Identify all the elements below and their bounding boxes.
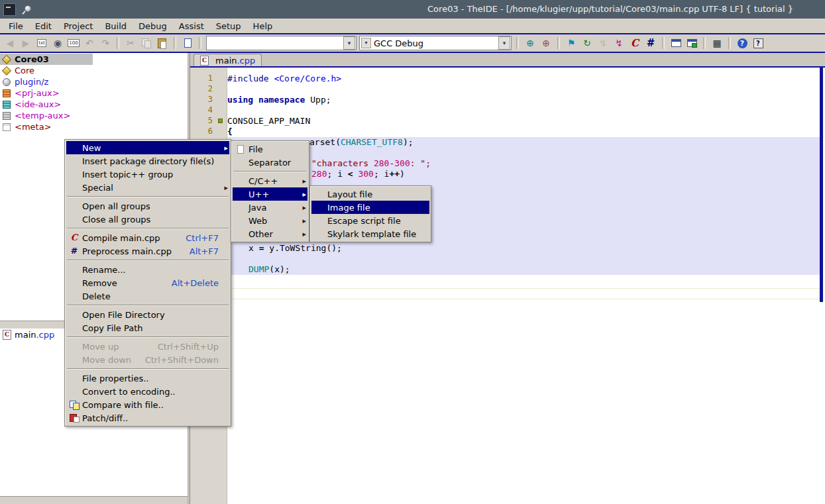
menu-item-c-c[interactable]: C/C++▸ (233, 174, 307, 187)
zoom-100-button[interactable]: 100 (66, 36, 81, 50)
menu-item-compile-main-cpp[interactable]: CCompile main.cppCtrl+F7 (66, 231, 229, 244)
file-list-scroll-strip[interactable] (0, 496, 188, 504)
toolbar-separator (703, 37, 706, 49)
menu-item-label: Close all groups (82, 215, 150, 225)
menu-build[interactable]: Build (99, 20, 133, 32)
package-item-core03[interactable]: Core03 (0, 54, 93, 65)
menu-debug[interactable]: Debug (133, 20, 173, 32)
menu-item-rename[interactable]: Rename... (66, 263, 229, 276)
window-console-button[interactable] (685, 36, 699, 50)
shortcuts-button[interactable]: ▦ (710, 36, 724, 50)
menu-item-copy-file-path[interactable]: Copy File Path (66, 321, 229, 334)
menu-item-insert-topic-group[interactable]: Insert topic++ group (66, 168, 229, 181)
menu-item-remove[interactable]: RemoveAlt+Delete (66, 276, 229, 289)
package-item-core[interactable]: Core (0, 65, 93, 76)
redo-icon: ↷ (101, 38, 109, 48)
menu-icon-space (68, 340, 81, 353)
menu-item-convert-to-encoding[interactable]: Convert to encoding.. (66, 385, 229, 398)
context-help-button[interactable]: ? (751, 36, 765, 50)
menu-item-u[interactable]: U++▸ (233, 187, 307, 201)
menu-icon-space (234, 227, 247, 240)
insert-file-button[interactable] (180, 36, 195, 50)
redo-button[interactable]: ↷ (98, 36, 113, 50)
menu-item-escape-script-file[interactable]: Escape script file (311, 214, 429, 227)
rescan-button[interactable]: ↻ (580, 36, 594, 50)
main-config-combo[interactable]: ▾ (206, 36, 357, 50)
preprocess-button[interactable]: # (643, 36, 658, 50)
menu-item-special[interactable]: Special▸ (66, 181, 229, 194)
menu-help[interactable]: Help (247, 20, 279, 32)
menu-item-open-file-directory[interactable]: Open File Directory (66, 308, 229, 321)
package-item-prj-aux[interactable]: <prj-aux> (0, 87, 93, 99)
package-item-ide-aux[interactable]: <ide-aux> (0, 99, 93, 110)
menu-icon-space (68, 181, 81, 194)
menu-item-compare-with-file[interactable]: Compare with file.. (66, 398, 229, 411)
main-config-dropdown-button[interactable]: ▾ (343, 36, 355, 50)
menu-edit[interactable]: Edit (29, 20, 58, 32)
package-item-meta[interactable]: <meta> (0, 121, 93, 132)
build-method-dropdown-button[interactable]: ▾ (498, 36, 510, 50)
package-item-plugin-z[interactable]: plugin/z (0, 76, 93, 87)
text-mode-button[interactable]: txt (34, 36, 49, 50)
menu-item-image-file[interactable]: Image file (311, 201, 429, 214)
toolbar-separator (516, 37, 519, 49)
menu-item-new[interactable]: New▸ (66, 141, 229, 154)
editor-scrollbar[interactable] (820, 68, 823, 302)
nav-back-button[interactable]: ◀ (3, 36, 17, 50)
build-method-combo[interactable]: ▾GCC Debug▾ (359, 36, 512, 50)
submenu-arrow-icon: ▸ (300, 217, 306, 225)
tab-main-cpp[interactable]: main.cpp (193, 54, 262, 66)
repo-sync-button[interactable]: ⊕ (539, 36, 553, 50)
menu-item-java[interactable]: Java▸ (233, 201, 307, 214)
app-icon (3, 3, 16, 16)
code-editor[interactable]: 123456 #include <Core/Core.h>using names… (190, 68, 825, 504)
window-layout-button[interactable] (669, 36, 683, 50)
theide-window: { "window": { "title": "Core03 - TheIDE … (0, 0, 825, 504)
menu-separator (233, 171, 307, 172)
debug-button[interactable]: ↯ (612, 36, 626, 50)
menu-item-open-all-groups[interactable]: Open all groups (66, 199, 229, 213)
menu-item-label: Special (82, 183, 113, 193)
shortcuts-icon: ▦ (712, 38, 721, 48)
build-run-button[interactable]: ↯ (596, 36, 610, 50)
help-button[interactable]: ? (735, 36, 749, 50)
install-packages-icon: ⚑ (567, 38, 576, 48)
menu-item-patch-diff[interactable]: Patch/diff.. (66, 411, 229, 425)
build-method-droplist-icon[interactable]: ▾ (361, 38, 371, 48)
menu-item-label: Open File Directory (82, 310, 165, 320)
paste-button[interactable] (155, 36, 170, 50)
compile-c-icon: C (68, 231, 81, 244)
menu-item-other[interactable]: Other▸ (233, 227, 307, 240)
package-item-temp-aux[interactable]: <temp-aux> (0, 110, 93, 121)
install-packages-button[interactable]: ⚑ (564, 36, 578, 50)
menu-item-close-all-groups[interactable]: Close all groups (66, 213, 229, 226)
menu-separator (67, 196, 229, 197)
code-text[interactable]: #include <Core/Core.h>using namespace Up… (227, 68, 820, 504)
menu-item-file-properties[interactable]: File properties.. (66, 372, 229, 385)
menu-item-label: Insert topic++ group (82, 170, 173, 179)
menu-item-web[interactable]: Web▸ (233, 214, 307, 227)
menu-item-delete[interactable]: Delete (66, 289, 229, 303)
menu-item-preprocess-main-cpp[interactable]: #Preprocess main.cppAlt+F7 (66, 244, 229, 258)
menu-item-separator[interactable]: Separator (233, 156, 307, 169)
nav-forward-button[interactable]: ▶ (19, 36, 33, 50)
menu-item-file[interactable]: File (233, 142, 307, 156)
menu-file[interactable]: File (3, 20, 29, 32)
menu-icon-space (68, 276, 81, 289)
sync-files-button[interactable]: ⊕ (523, 36, 537, 50)
compile-button[interactable]: C (628, 36, 642, 50)
menu-item-skylark-template-file[interactable]: Skylark template file (311, 227, 429, 240)
menu-assist[interactable]: Assist (173, 20, 210, 32)
menu-setup[interactable]: Setup (210, 20, 247, 32)
menu-item-insert-package-directory-file-s[interactable]: Insert package directory file(s) (66, 154, 229, 168)
toolbar-separator (728, 37, 731, 49)
undo-button[interactable]: ↶ (82, 36, 97, 50)
copy-button[interactable] (139, 36, 154, 50)
menu-project[interactable]: Project (58, 20, 99, 32)
view-mode-button[interactable]: ◉ (50, 36, 65, 50)
menu-item-layout-file[interactable]: Layout file (311, 187, 429, 201)
cut-button[interactable]: ✂ (123, 36, 138, 50)
package-label: <prj-aux> (15, 88, 60, 98)
pin-icon[interactable] (22, 4, 32, 15)
menu-icon-space (313, 214, 326, 227)
